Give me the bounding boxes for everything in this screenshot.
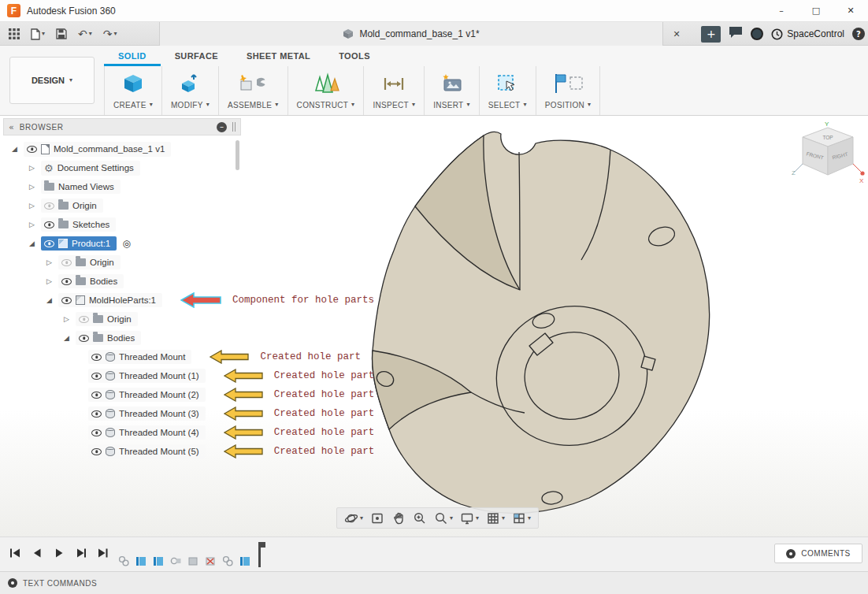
tree-row-product-1[interactable]: ◢ Product:1 ◎ xyxy=(3,234,241,253)
tab-solid[interactable]: SOLID xyxy=(104,46,161,66)
display-settings-button[interactable]: ▾ xyxy=(460,511,479,525)
tree-row-sketches[interactable]: ▷ Sketches xyxy=(3,215,241,234)
play-button[interactable] xyxy=(50,544,68,562)
panel-grip-handle[interactable] xyxy=(232,122,236,132)
look-at-button[interactable] xyxy=(370,511,384,525)
step-back-button[interactable] xyxy=(28,544,46,562)
tree-item[interactable]: Bodies xyxy=(58,274,124,288)
tree-item[interactable]: Threaded Mount (3) xyxy=(88,407,206,421)
visibility-eye-icon[interactable] xyxy=(44,240,54,247)
workspace-selector[interactable]: DESIGN ▾ xyxy=(9,57,95,104)
text-commands-label[interactable]: TEXT COMMANDS xyxy=(23,579,97,588)
tree-row-bodies[interactable]: ◢ Bodies xyxy=(3,329,241,347)
tree-item[interactable]: Threaded Mount (2) xyxy=(88,388,206,402)
timeline-item[interactable] xyxy=(203,554,217,567)
tree-row-moldholeparts[interactable]: ◢ MoldHoleParts:1 Component for hole par… xyxy=(3,291,241,310)
visibility-eye-icon[interactable] xyxy=(91,448,102,455)
skip-to-start-button[interactable] xyxy=(6,544,24,562)
document-tab[interactable]: Mold_command_base_1 v1* xyxy=(159,22,663,46)
visibility-eye-icon[interactable] xyxy=(91,354,102,361)
tree-item[interactable]: ⚙ Document Settings xyxy=(41,161,140,176)
tree-row-root[interactable]: ◢ Mold_command_base_1 v1 xyxy=(3,139,241,158)
timeline-item[interactable] xyxy=(134,554,147,567)
maximize-button[interactable]: □ xyxy=(799,0,833,21)
ribbon-group-insert[interactable]: INSERT▾ xyxy=(425,66,480,115)
visibility-eye-off-icon[interactable] xyxy=(61,259,72,266)
tree-row-bodies[interactable]: ▷ Bodies xyxy=(3,272,241,291)
tree-row-threaded-mount[interactable]: Threaded Mount Created hole part xyxy=(3,347,241,366)
expander-collapsed-icon[interactable]: ▷ xyxy=(27,183,37,191)
ribbon-group-create[interactable]: CREATE▾ xyxy=(104,66,162,115)
zoom-button[interactable]: ▾ xyxy=(434,511,453,525)
minimize-button[interactable]: – xyxy=(764,0,799,21)
tab-sheet-metal[interactable]: SHEET METAL xyxy=(232,46,325,66)
ribbon-group-inspect[interactable]: INSPECT▾ xyxy=(364,66,425,115)
ribbon-group-modify[interactable]: MODIFY▾ xyxy=(162,66,219,115)
visibility-eye-icon[interactable] xyxy=(44,221,54,228)
tree-row-threaded-mount-5[interactable]: Threaded Mount (5) Created hole part xyxy=(3,442,241,461)
zoom-window-button[interactable] xyxy=(413,511,427,525)
tree-item[interactable]: Named Views xyxy=(41,180,121,194)
expander-expanded-icon[interactable]: ◢ xyxy=(9,145,20,153)
tree-item[interactable]: Origin xyxy=(58,255,121,269)
expander-collapsed-icon[interactable]: ▷ xyxy=(27,202,37,210)
tree-row-document-settings[interactable]: ▷ ⚙ Document Settings xyxy=(3,158,241,177)
close-button[interactable]: ✕ xyxy=(833,0,868,21)
tree-row-origin[interactable]: ▷ Origin xyxy=(3,310,241,329)
tree-row-threaded-mount-1[interactable]: Threaded Mount (1) Created hole part xyxy=(3,366,241,385)
help-button[interactable]: ? xyxy=(852,28,865,40)
app-grid-button[interactable] xyxy=(5,26,24,42)
tree-item-root[interactable]: Mold_command_base_1 v1 xyxy=(24,142,171,157)
visibility-eye-off-icon[interactable] xyxy=(79,316,89,323)
feedback-button[interactable] xyxy=(729,26,743,42)
profile-icon[interactable] xyxy=(751,28,763,40)
viewports-button[interactable]: ▾ xyxy=(512,511,531,525)
skip-to-end-button[interactable] xyxy=(95,544,112,562)
ribbon-group-select[interactable]: SELECT▾ xyxy=(480,66,536,115)
visibility-eye-icon[interactable] xyxy=(61,297,72,304)
spacecontrol-widget[interactable]: SpaceControl xyxy=(771,28,844,40)
expander-expanded-icon[interactable]: ◢ xyxy=(61,334,72,342)
tree-row-named-views[interactable]: ▷ Named Views xyxy=(3,177,241,196)
tree-item[interactable]: MoldHoleParts:1 xyxy=(58,293,162,307)
tree-row-threaded-mount-3[interactable]: Threaded Mount (3) Created hole part xyxy=(3,404,241,423)
tree-item[interactable]: Sketches xyxy=(41,217,116,232)
visibility-eye-off-icon[interactable] xyxy=(44,202,54,210)
browser-scrollbar[interactable] xyxy=(236,140,239,170)
comments-button[interactable]: COMMENTS xyxy=(774,544,862,563)
tree-item[interactable]: Origin xyxy=(41,199,103,213)
ribbon-group-position[interactable]: POSITION▾ xyxy=(536,66,601,115)
visibility-eye-icon[interactable] xyxy=(91,410,102,418)
file-menu-button[interactable]: ▾ xyxy=(27,26,49,43)
visibility-eye-icon[interactable] xyxy=(91,392,102,399)
tree-item[interactable]: Threaded Mount (1) xyxy=(88,369,206,383)
hide-panel-button[interactable]: – xyxy=(217,122,227,132)
expander-collapsed-icon[interactable]: ▷ xyxy=(61,315,72,323)
browser-header[interactable]: « BROWSER – xyxy=(3,118,241,136)
timeline-item[interactable] xyxy=(238,554,251,567)
tree-item[interactable]: Threaded Mount (4) xyxy=(88,425,206,440)
close-document-button[interactable]: ✕ xyxy=(666,22,687,46)
tree-row-threaded-mount-4[interactable]: Threaded Mount (4) Created hole part xyxy=(3,423,241,442)
expander-collapsed-icon[interactable]: ▷ xyxy=(44,258,54,266)
expander-collapsed-icon[interactable]: ▷ xyxy=(27,164,37,172)
expander-collapsed-icon[interactable]: ▷ xyxy=(27,221,37,228)
tree-item[interactable]: Threaded Mount (5) xyxy=(88,444,206,458)
pan-button[interactable] xyxy=(391,511,406,525)
expander-expanded-icon[interactable]: ◢ xyxy=(27,239,37,247)
new-tab-button[interactable]: + xyxy=(701,26,721,43)
activate-component-radio[interactable]: ◎ xyxy=(121,238,132,250)
viewcube[interactable]: Y TOP FRONT RIGHT Z X xyxy=(790,120,866,191)
tab-tools[interactable]: TOOLS xyxy=(325,46,384,66)
tree-row-threaded-mount-2[interactable]: Threaded Mount (2) Created hole part xyxy=(3,385,241,404)
visibility-eye-icon[interactable] xyxy=(61,278,72,285)
grid-snap-button[interactable]: ▾ xyxy=(486,511,505,525)
collapse-panel-icon[interactable]: « xyxy=(9,122,14,132)
visibility-eye-icon[interactable] xyxy=(27,146,37,153)
step-forward-button[interactable] xyxy=(72,544,90,562)
expander-collapsed-icon[interactable]: ▷ xyxy=(44,277,54,285)
timeline-item[interactable] xyxy=(117,554,130,567)
orbit-button[interactable]: ▾ xyxy=(344,511,363,525)
timeline-item[interactable] xyxy=(221,554,234,567)
visibility-eye-icon[interactable] xyxy=(79,335,89,342)
